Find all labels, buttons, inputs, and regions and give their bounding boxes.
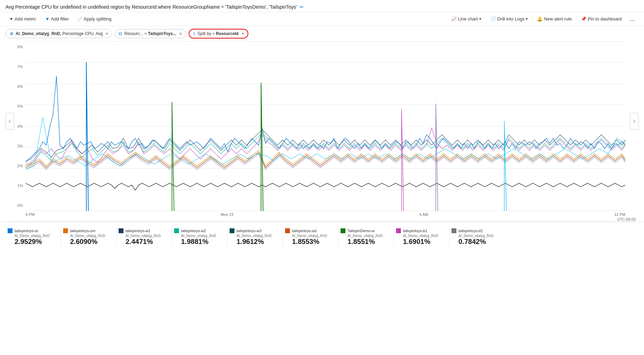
add-metric-label: Add metric: [15, 16, 36, 22]
metric-pill[interactable]: 🖥 AI_Demo_vitalyg_RnD, Percentage CPU, A…: [6, 29, 112, 38]
legend-item: tailspintoys-om AI_Demo_vitalyg_RnD 2.60…: [61, 226, 117, 248]
more-options-icon: ...: [630, 15, 635, 23]
toolbar-left: ✦ Add metric ▼ Add filter ⋰ Apply splitt…: [6, 14, 446, 24]
y-label-8: 8%: [8, 45, 26, 49]
add-filter-button[interactable]: ▼ Add filter: [41, 14, 72, 24]
legend-item: tailspintoys-w2 AI_Demo_vitalyg_RnD 1.98…: [172, 226, 227, 248]
legend-item-value: 2.6090%: [70, 238, 111, 246]
legend-item: tailspintoys-sc AI_Demo_vitalyg_RnD 2.95…: [6, 226, 61, 248]
legend-item-value: 2.4471%: [126, 238, 166, 246]
legend-item-name: tailspintoys-w3: [237, 229, 261, 233]
legend-item-value: 0.7842%: [458, 238, 499, 246]
legend-item-top: tailspintoys-b1: [396, 228, 444, 233]
legend-item-top: tailspintoys-om: [63, 228, 111, 233]
legend-color-swatch: [341, 228, 345, 233]
metric-pill-icon: 🖥: [9, 31, 14, 36]
legend-item-value: 1.8551%: [347, 238, 388, 246]
legend-item-subname: AI_Demo_vitalyg_RnD: [403, 234, 444, 238]
legend-color-swatch: [285, 228, 290, 233]
legend-color-swatch: [8, 228, 12, 233]
legend-item-name: tailspintoys-w2: [181, 229, 206, 233]
line-chart-icon: 📈: [451, 16, 457, 22]
legend-item-value: 1.9612%: [237, 238, 277, 246]
split-pill-close[interactable]: ×: [241, 31, 244, 36]
alert-icon: 🔔: [537, 16, 542, 22]
chart-svg: [26, 41, 625, 211]
legend-item-name: TailspinDemo-w: [347, 229, 375, 233]
y-label-0: 0%: [8, 203, 26, 208]
pin-icon: 📌: [581, 16, 586, 22]
legend-item-top: TailspinDemo-w: [341, 228, 388, 233]
drill-into-logs-button[interactable]: 📄 Drill into Logs ▾: [487, 14, 532, 24]
page-title-bar: Avg Percentage CPU for undefined in unde…: [0, 0, 644, 12]
drill-into-logs-label: Drill into Logs: [497, 16, 525, 22]
apply-splitting-icon: ⋰: [78, 16, 82, 22]
legend-item-value: 1.9881%: [181, 238, 222, 246]
filters-bar: 🖥 AI_Demo_vitalyg_RnD, Percentage CPU, A…: [0, 26, 644, 41]
chart-nav-left[interactable]: ‹: [6, 113, 14, 129]
split-pill-text: Split by = ResourceId: [198, 31, 239, 36]
filter-pill[interactable]: ⊟ Resourc... = TailspinToys... ×: [115, 29, 186, 38]
legend-item-top: tailspintoys-w2: [174, 228, 222, 233]
legend-item-top: tailspintoys-w3: [230, 228, 277, 233]
add-metric-icon: ✦: [9, 16, 13, 22]
legend-item-value: 2.9529%: [15, 238, 55, 246]
legend-item-subname: AI_Demo_vitalyg_RnD: [458, 234, 499, 238]
legend-item-subname: AI_Demo_vitalyg_RnD: [181, 234, 222, 238]
legend-item: tailspintoys-w3 AI_Demo_vitalyg_RnD 1.96…: [227, 226, 283, 248]
y-label-6: 6%: [8, 84, 26, 88]
filter-pill-icon: ⊟: [119, 31, 122, 36]
line-chart-label: Line chart: [458, 16, 478, 22]
x-label-mon23: Mon 23: [221, 212, 233, 217]
legend-item: tailspintoys-b1 AI_Demo_vitalyg_RnD 1.69…: [394, 226, 449, 248]
toolbar: ✦ Add metric ▼ Add filter ⋰ Apply splitt…: [0, 12, 644, 26]
legend-item-subname: AI_Demo_vitalyg_RnD: [237, 234, 277, 238]
pin-to-dashboard-button[interactable]: 📌 Pin to dashboard: [577, 14, 626, 24]
line-chart-button[interactable]: 📈 Line chart ▾: [447, 14, 485, 24]
edit-title-icon[interactable]: ✏: [300, 4, 304, 10]
add-metric-button[interactable]: ✦ Add metric: [6, 14, 40, 24]
new-alert-rule-label: New alert rule: [544, 16, 572, 22]
y-label-5: 5%: [8, 104, 26, 108]
x-axis: 6 PM Mon 23 6 AM 12 PM: [26, 211, 625, 221]
x-label-12pm: 12 PM: [614, 212, 625, 217]
legend-item-subname: AI_Demo_vitalyg_RnD: [347, 234, 388, 238]
pin-to-dashboard-label: Pin to dashboard: [588, 16, 622, 22]
legend-item: TailspinDemo-w AI_Demo_vitalyg_RnD 1.855…: [338, 226, 394, 248]
chart-nav-right[interactable]: ›: [630, 113, 638, 129]
legend-item-subname: AI_Demo_vitalyg_RnD: [15, 234, 55, 238]
legend-color-swatch: [63, 228, 68, 233]
apply-splitting-button[interactable]: ⋰ Apply splitting: [74, 14, 115, 24]
line-chart-caret: ▾: [479, 17, 481, 21]
y-label-1: 1%: [8, 184, 26, 188]
split-pill-icon: ⁞⁞: [193, 31, 196, 36]
legend-item-name: tailspintoys-w1: [126, 229, 151, 233]
legend-item-value: 1.8553%: [292, 238, 333, 246]
filter-pill-text: Resourc... = TailspinToys...: [124, 31, 176, 36]
metric-pill-close[interactable]: ×: [105, 31, 108, 36]
legend-item-name: tailspintoys-ad: [292, 229, 316, 233]
legend-item-name: tailspintoys-b1: [403, 229, 427, 233]
new-alert-rule-button[interactable]: 🔔 New alert rule: [533, 14, 575, 24]
toolbar-right: 📈 Line chart ▾ 📄 Drill into Logs ▾ 🔔 New…: [447, 14, 638, 24]
chart-title: Avg Percentage CPU for undefined in unde…: [6, 4, 297, 10]
legend-item-subname: AI_Demo_vitalyg_RnD: [292, 234, 333, 238]
apply-splitting-label: Apply splitting: [84, 16, 111, 22]
filter-pill-close[interactable]: ×: [179, 31, 182, 36]
legend-item: tailspintoys-ad AI_Demo_vitalyg_RnD 1.85…: [283, 226, 338, 248]
legend-item-top: tailspintoys-d1: [452, 228, 499, 233]
add-filter-icon: ▼: [45, 16, 50, 22]
legend-item-subname: AI_Demo_vitalyg_RnD: [126, 234, 166, 238]
more-options-button[interactable]: ...: [627, 14, 638, 24]
metric-pill-text: AI_Demo_vitalyg_RnD, Percentage CPU, Avg: [16, 31, 103, 36]
legend-item-name: tailspintoys-d1: [458, 229, 483, 233]
legend-item-top: tailspintoys-ad: [285, 228, 333, 233]
legend-color-swatch: [452, 228, 456, 233]
chart-inner: [26, 41, 625, 211]
split-pill[interactable]: ⁞⁞ Split by = ResourceId ×: [189, 29, 249, 39]
legend-item-name: tailspintoys-om: [70, 229, 95, 233]
add-filter-label: Add filter: [51, 16, 69, 22]
legend-item: tailspintoys-w1 AI_Demo_vitalyg_RnD 2.44…: [117, 226, 172, 248]
chart-area: 0% 1% 2% 3% 4% 5% 6% 7% 8%: [8, 41, 636, 222]
legend-item-subname: AI_Demo_vitalyg_RnD: [70, 234, 111, 238]
